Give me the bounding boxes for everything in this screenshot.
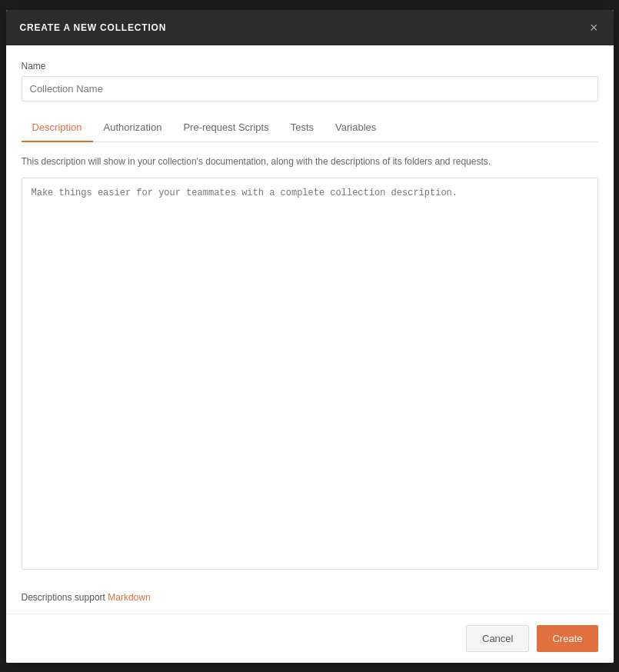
- modal-title: CREATE A NEW COLLECTION: [20, 22, 167, 33]
- description-textarea[interactable]: [22, 178, 598, 570]
- markdown-note-prefix: Descriptions support: [22, 592, 108, 603]
- tab-authorization[interactable]: Authorization: [93, 114, 173, 142]
- modal-footer: Cancel Create: [6, 614, 614, 663]
- modal-body: Name Description Authorization Pre-reque…: [6, 45, 614, 614]
- modal-overlay: CREATE A NEW COLLECTION × Name Descripti…: [0, 0, 619, 672]
- tab-tests[interactable]: Tests: [280, 114, 324, 142]
- description-hint-text: This description will show in your colle…: [22, 155, 598, 168]
- tabs-container: Description Authorization Pre-request Sc…: [22, 114, 598, 142]
- markdown-link[interactable]: Markdown: [108, 592, 150, 603]
- modal-container: CREATE A NEW COLLECTION × Name Descripti…: [6, 10, 614, 663]
- tab-pre-request-scripts[interactable]: Pre-request Scripts: [172, 114, 279, 142]
- cancel-button[interactable]: Cancel: [466, 625, 529, 652]
- collection-name-input[interactable]: [22, 76, 598, 101]
- markdown-note: Descriptions support Markdown: [22, 584, 598, 614]
- modal-header: CREATE A NEW COLLECTION ×: [6, 10, 614, 45]
- tab-description[interactable]: Description: [22, 114, 93, 142]
- tab-content-description: This description will show in your colle…: [22, 142, 598, 584]
- close-button[interactable]: ×: [588, 21, 600, 35]
- name-label: Name: [22, 61, 598, 72]
- create-button[interactable]: Create: [537, 625, 597, 652]
- tab-variables[interactable]: Variables: [324, 114, 387, 142]
